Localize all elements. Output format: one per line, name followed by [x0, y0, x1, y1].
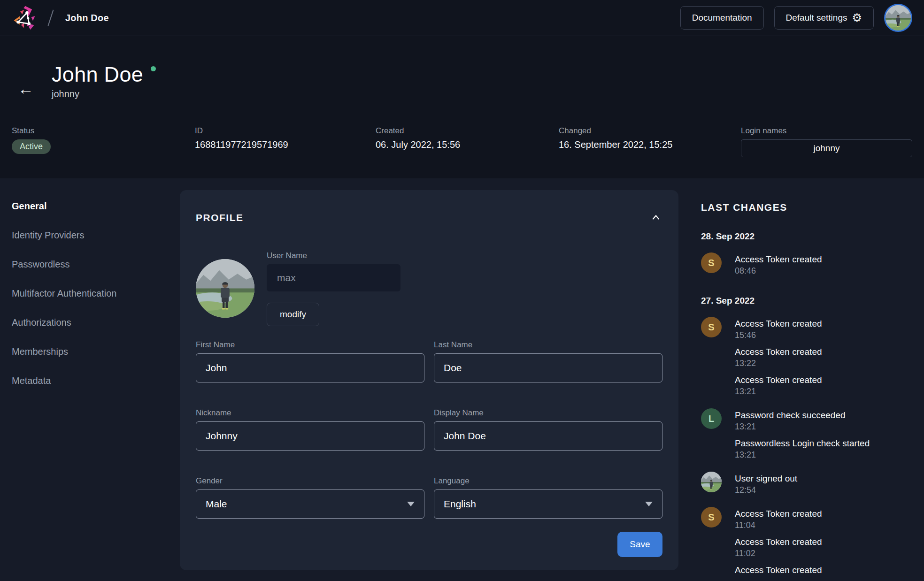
- user-event-avatar-icon: [701, 472, 722, 492]
- event-title: Access Token created: [735, 508, 822, 520]
- timeline-entry[interactable]: L Password check succeeded 13:21: [701, 408, 917, 432]
- page-subtitle: johnny: [52, 89, 156, 99]
- first-name-input[interactable]: [196, 353, 424, 382]
- event-icon-spacer: [701, 563, 722, 581]
- gender-label: Gender: [196, 476, 424, 486]
- chevron-up-icon: [652, 215, 660, 220]
- login-name-chip[interactable]: johnny: [741, 139, 912, 157]
- last-name-input[interactable]: [434, 353, 662, 382]
- event-title: Access Token created: [735, 374, 822, 386]
- active-status-dot: [151, 66, 156, 71]
- event-time: 13:22: [735, 358, 822, 369]
- id-value: 168811977219571969: [195, 139, 376, 150]
- sidebar-item-general[interactable]: General: [12, 200, 116, 212]
- user-avatar[interactable]: [884, 4, 912, 32]
- language-value: English: [444, 498, 645, 510]
- username-input[interactable]: [267, 264, 400, 291]
- documentation-label: Documentation: [692, 13, 752, 23]
- event-time: 11:02: [735, 548, 822, 559]
- event-icon-spacer: [701, 373, 722, 394]
- language-select[interactable]: English: [434, 489, 662, 519]
- gear-icon: ⚙: [852, 12, 862, 23]
- event-title: Password check succeeded: [735, 409, 846, 421]
- event-icon-spacer: [701, 535, 722, 556]
- timeline-entry[interactable]: S Access Token created 15:46: [701, 317, 917, 341]
- language-label: Language: [434, 476, 662, 486]
- documentation-button[interactable]: Documentation: [680, 6, 764, 30]
- event-title: Access Token created: [735, 564, 822, 576]
- chevron-down-icon: [407, 502, 415, 506]
- last-changes-title: LAST CHANGES: [701, 202, 917, 213]
- sidebar-nav: General Identity Providers Passwordless …: [12, 200, 116, 404]
- chevron-down-icon: [645, 502, 653, 506]
- login-names-label: Login names: [741, 126, 912, 136]
- display-name-input[interactable]: [434, 421, 662, 451]
- timeline-date: 28. Sep 2022: [701, 231, 917, 242]
- nickname-label: Nickname: [196, 408, 424, 418]
- system-event-icon: S: [701, 507, 722, 527]
- collapse-section-button[interactable]: [649, 211, 662, 224]
- breadcrumb[interactable]: John Doe: [65, 13, 109, 23]
- event-title: User signed out: [735, 473, 797, 484]
- changed-label: Changed: [559, 126, 741, 136]
- event-title: Access Token created: [735, 346, 822, 358]
- event-title: Access Token created: [735, 318, 822, 329]
- zitadel-logo-icon[interactable]: [12, 5, 37, 31]
- sidebar-item-memberships[interactable]: Memberships: [12, 345, 116, 358]
- event-time: 13:21: [735, 386, 822, 397]
- event-time: 12:54: [735, 484, 797, 496]
- event-icon-spacer: [701, 436, 722, 457]
- timeline-entry[interactable]: Passwordless Login check started 13:21: [701, 436, 917, 460]
- timeline-entry[interactable]: User signed out 12:54: [701, 472, 917, 496]
- event-time: 13:21: [735, 421, 846, 432]
- username-label: User Name: [267, 251, 400, 260]
- display-name-label: Display Name: [434, 408, 662, 418]
- modify-button[interactable]: modify: [267, 303, 319, 326]
- last-changes-panel: LAST CHANGES 28. Sep 2022 S Access Token…: [701, 202, 917, 581]
- sidebar-item-metadata[interactable]: Metadata: [12, 375, 116, 387]
- status-label: Status: [12, 126, 195, 136]
- timeline-entry[interactable]: Access Token created 13:22: [701, 345, 917, 369]
- id-label: ID: [195, 126, 376, 136]
- top-bar: John Doe Documentation Default settings …: [0, 0, 924, 36]
- sidebar-item-passwordless[interactable]: Passwordless: [12, 258, 116, 270]
- sidebar-item-authorizations[interactable]: Authorizations: [12, 316, 116, 329]
- back-button[interactable]: ←: [18, 81, 34, 97]
- timeline-entry[interactable]: Access Token created 11:02: [701, 535, 917, 559]
- gender-value: Male: [206, 498, 407, 510]
- changed-value: 16. September 2022, 15:25: [559, 139, 741, 150]
- login-event-icon: L: [701, 408, 722, 429]
- created-value: 06. July 2022, 15:56: [376, 139, 559, 150]
- status-badge: Active: [12, 139, 51, 154]
- last-name-label: Last Name: [434, 340, 662, 350]
- sidebar-item-identity-providers[interactable]: Identity Providers: [12, 229, 116, 241]
- profile-avatar[interactable]: [196, 259, 254, 318]
- timeline-date: 27. Sep 2022: [701, 295, 917, 306]
- profile-card: PROFILE User Name modify First Name: [180, 190, 678, 570]
- nickname-input[interactable]: [196, 421, 424, 451]
- breadcrumb-slash: [47, 10, 54, 26]
- first-name-label: First Name: [196, 340, 424, 350]
- user-meta-row: Status Active ID 168811977219571969 Crea…: [12, 126, 912, 157]
- save-button[interactable]: Save: [617, 532, 662, 557]
- event-title: Passwordless Login check started: [735, 437, 870, 449]
- event-time: 11:04: [735, 520, 822, 531]
- timeline-entry[interactable]: S Access Token created 11:04: [701, 507, 917, 531]
- default-settings-label: Default settings: [786, 13, 847, 23]
- gender-select[interactable]: Male: [196, 489, 424, 519]
- event-time: 08:46: [735, 265, 822, 276]
- event-title: Access Token created: [735, 253, 822, 265]
- content-area: General Identity Providers Passwordless …: [0, 179, 924, 581]
- system-event-icon: S: [701, 317, 722, 337]
- profile-section-title: PROFILE: [196, 212, 244, 223]
- event-title: Access Token created: [735, 536, 822, 548]
- user-header-section: ← John Doe johnny Status Active ID 16881…: [0, 36, 924, 178]
- page-title: John Doe: [52, 62, 143, 86]
- timeline-entry[interactable]: S Access Token created 08:46: [701, 252, 917, 276]
- default-settings-button[interactable]: Default settings ⚙: [774, 6, 874, 30]
- timeline-entry[interactable]: Access Token created 13:21: [701, 373, 917, 397]
- sidebar-item-multifactor-authentication[interactable]: Multifactor Authentication: [12, 287, 116, 299]
- event-time: 15:46: [735, 329, 822, 341]
- timeline-entry[interactable]: Access Token created: [701, 563, 917, 581]
- event-icon-spacer: [701, 345, 722, 366]
